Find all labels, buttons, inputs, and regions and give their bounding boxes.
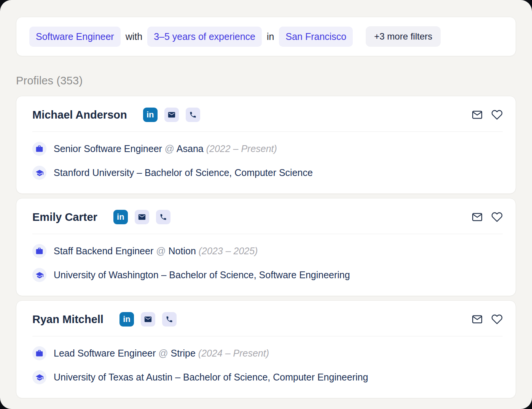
phone-badge-button[interactable] bbox=[186, 108, 200, 122]
envelope-icon bbox=[144, 315, 152, 323]
linkedin-icon: in bbox=[117, 213, 124, 221]
profile-name: Ryan Mitchell bbox=[32, 313, 104, 326]
card-divider bbox=[32, 336, 503, 336]
education-row: Stanford University – Bachelor of Scienc… bbox=[32, 166, 503, 180]
education-row: University of Texas at Austin – Bachelor… bbox=[32, 370, 503, 384]
email-badge-button[interactable] bbox=[164, 108, 179, 122]
filter-pill-experience[interactable]: 3–5 years of experience bbox=[147, 27, 262, 47]
heart-outline-icon bbox=[491, 211, 503, 223]
envelope-icon bbox=[167, 111, 176, 119]
send-email-button[interactable] bbox=[471, 109, 483, 120]
education-row: University of Washington – Bachelor of S… bbox=[32, 268, 503, 282]
app-page: Software Engineer with 3–5 years of expe… bbox=[0, 0, 532, 409]
favorite-button[interactable] bbox=[491, 211, 503, 223]
experience-text: Senior Software Engineer @ Asana (2022 –… bbox=[54, 143, 277, 154]
favorite-button[interactable] bbox=[491, 314, 503, 325]
email-badge-button[interactable] bbox=[141, 312, 155, 327]
experience-row: Senior Software Engineer @ Asana (2022 –… bbox=[32, 142, 503, 156]
profile-name: Michael Anderson bbox=[32, 109, 127, 121]
envelope-outline-icon bbox=[471, 314, 483, 325]
linkedin-button[interactable]: in bbox=[119, 312, 134, 327]
email-badge-button[interactable] bbox=[135, 210, 149, 224]
linkedin-button[interactable]: in bbox=[113, 210, 128, 224]
linkedin-icon: in bbox=[123, 315, 131, 323]
education-text: Stanford University – Bachelor of Scienc… bbox=[54, 167, 313, 178]
experience-text: Lead Software Engineer @ Stripe (2024 – … bbox=[54, 348, 269, 359]
send-email-button[interactable] bbox=[471, 211, 483, 223]
envelope-outline-icon bbox=[471, 109, 483, 120]
experience-text: Staff Backend Engineer @ Notion (2023 – … bbox=[54, 246, 258, 257]
briefcase-icon bbox=[32, 142, 46, 156]
education-text: University of Texas at Austin – Bachelor… bbox=[54, 372, 368, 383]
send-email-button[interactable] bbox=[471, 314, 483, 325]
envelope-outline-icon bbox=[471, 211, 483, 223]
profile-card: Ryan Mitchell in Lead Software Engi bbox=[16, 300, 516, 398]
experience-row: Staff Backend Engineer @ Notion (2023 – … bbox=[32, 244, 503, 258]
heart-outline-icon bbox=[491, 314, 503, 325]
briefcase-icon bbox=[32, 346, 46, 360]
linkedin-button[interactable]: in bbox=[143, 108, 158, 122]
profiles-count-heading: Profiles (353) bbox=[16, 75, 516, 87]
phone-icon bbox=[166, 315, 173, 323]
phone-icon bbox=[159, 213, 167, 221]
phone-badge-button[interactable] bbox=[162, 312, 177, 327]
phone-badge-button[interactable] bbox=[156, 210, 170, 224]
card-divider bbox=[32, 234, 503, 234]
briefcase-icon bbox=[32, 244, 46, 258]
filter-pill-role[interactable]: Software Engineer bbox=[29, 27, 121, 47]
linkedin-icon: in bbox=[147, 111, 154, 119]
profile-card-header: Michael Anderson in bbox=[32, 108, 503, 122]
education-text: University of Washington – Bachelor of S… bbox=[54, 269, 350, 281]
graduation-cap-icon bbox=[32, 268, 46, 282]
graduation-cap-icon bbox=[32, 166, 46, 180]
profile-card-header: Ryan Mitchell in bbox=[32, 312, 503, 327]
card-divider bbox=[32, 132, 503, 132]
phone-icon bbox=[189, 111, 197, 119]
profile-card: Emily Carter in Staff Backend Engin bbox=[16, 198, 516, 296]
favorite-button[interactable] bbox=[491, 109, 503, 120]
profile-name: Emily Carter bbox=[32, 211, 97, 224]
filter-connector-in: in bbox=[267, 31, 274, 42]
heart-outline-icon bbox=[491, 109, 503, 120]
filter-pill-location[interactable]: San Francisco bbox=[279, 27, 353, 47]
graduation-cap-icon bbox=[32, 370, 46, 384]
profile-card-header: Emily Carter in bbox=[32, 210, 503, 224]
filter-connector-with: with bbox=[126, 31, 142, 42]
filter-bar: Software Engineer with 3–5 years of expe… bbox=[16, 17, 516, 56]
experience-row: Lead Software Engineer @ Stripe (2024 – … bbox=[32, 346, 503, 360]
profile-card: Michael Anderson in Senior Software bbox=[16, 96, 516, 194]
envelope-icon bbox=[138, 213, 146, 221]
more-filters-button[interactable]: +3 more filters bbox=[366, 26, 441, 47]
